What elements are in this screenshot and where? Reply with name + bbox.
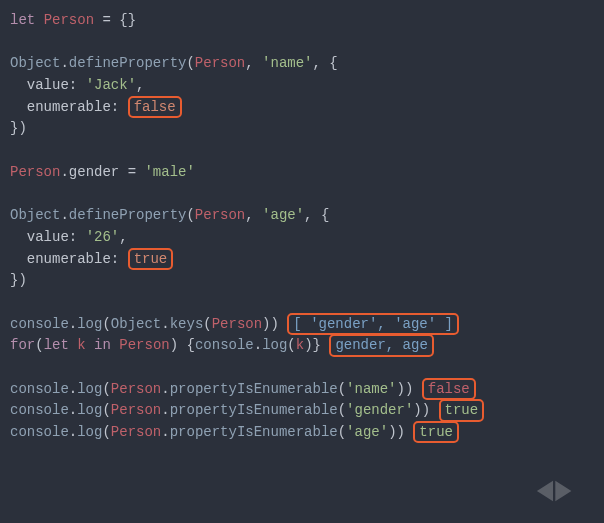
highlight-output-forin: gender, age (329, 334, 433, 356)
output-array: [ 'gender', 'age' ] (293, 316, 453, 332)
string-gender: 'gender' (346, 402, 413, 418)
keyword-for: for (10, 337, 35, 353)
string-name: 'name' (262, 55, 312, 71)
fn-log: log (77, 316, 102, 332)
svg-marker-1 (555, 481, 571, 502)
boolean-true: true (134, 251, 168, 267)
highlight-false-1: false (128, 96, 182, 118)
brace-close: } (128, 12, 136, 28)
keyword-in: in (94, 337, 111, 353)
prop-value: value (27, 77, 69, 93)
identifier-person: Person (44, 12, 94, 28)
string-jack: 'Jack' (86, 77, 136, 93)
highlight-true-1: true (128, 248, 174, 270)
output-forin: gender, age (335, 337, 427, 353)
string-age: 'age' (262, 207, 304, 223)
watermark-icon (530, 473, 576, 509)
fn-defineproperty: defineProperty (69, 55, 187, 71)
boolean-false: false (134, 99, 176, 115)
fn-propertyisenumerable: propertyIsEnumerable (170, 381, 338, 397)
brace-open: { (119, 12, 127, 28)
string-26: '26' (86, 229, 120, 245)
operator-equals: = (102, 12, 110, 28)
highlight-output-true-2: true (413, 421, 459, 443)
highlight-output-keys: [ 'gender', 'age' ] (287, 313, 459, 335)
identifier-object: Object (10, 55, 60, 71)
keyword-let: let (10, 12, 35, 28)
output-false: false (428, 381, 470, 397)
prop-gender: gender (69, 164, 119, 180)
output-true: true (445, 402, 479, 418)
highlight-output-false: false (422, 378, 476, 400)
svg-marker-0 (537, 481, 553, 502)
prop-enumerable: enumerable (27, 99, 111, 115)
string-male: 'male' (144, 164, 194, 180)
fn-keys: keys (170, 316, 204, 332)
identifier-console: console (10, 316, 69, 332)
code-editor: let Person = {} Object.defineProperty(Pe… (0, 0, 604, 523)
identifier-k: k (77, 337, 85, 353)
highlight-output-true-1: true (439, 399, 485, 421)
